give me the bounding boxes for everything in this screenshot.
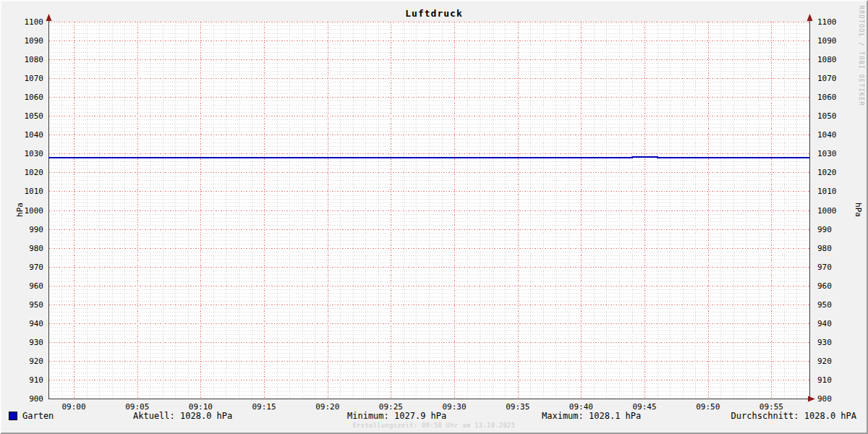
y-tick-labels-left: 9009109209309409509609709809901000101010… [25, 17, 44, 404]
svg-text:1050: 1050 [25, 111, 44, 121]
svg-text:930: 930 [817, 338, 832, 347]
svg-text:1000: 1000 [817, 206, 837, 216]
svg-text:990: 990 [817, 225, 832, 234]
svg-text:1020: 1020 [817, 168, 837, 177]
legend-series: Garten [9, 411, 54, 421]
svg-text:1040: 1040 [817, 130, 837, 140]
pressure-graph: 9009109209309409509609709809901000101010… [0, 0, 868, 434]
svg-text:1080: 1080 [25, 55, 44, 64]
svg-text:970: 970 [817, 263, 832, 272]
svg-text:910: 910 [817, 375, 832, 385]
svg-text:1090: 1090 [25, 36, 44, 46]
svg-text:920: 920 [817, 357, 832, 366]
svg-text:930: 930 [29, 338, 43, 347]
legend: Garten Aktuell: 1028.0 hPa Minimum: 1027… [1, 411, 867, 422]
svg-text:910: 910 [29, 375, 43, 385]
svg-text:1070: 1070 [817, 74, 837, 83]
svg-text:960: 960 [29, 281, 43, 291]
series-line-garten [48, 157, 809, 158]
y-axis-unit-left: hPa [15, 203, 25, 217]
svg-text:980: 980 [29, 244, 43, 253]
svg-text:950: 950 [817, 300, 832, 310]
svg-text:970: 970 [29, 263, 43, 272]
svg-text:940: 940 [29, 319, 43, 328]
creation-time: Erstellungszeit: 09:58 Uhr am 13.10.2025 [1, 422, 867, 429]
svg-text:1070: 1070 [25, 74, 44, 83]
svg-text:1000: 1000 [25, 206, 44, 216]
svg-text:1040: 1040 [25, 130, 44, 140]
svg-text:920: 920 [29, 357, 43, 366]
stat-maximum: Maximum: 1028.1 hPa [542, 411, 641, 421]
svg-text:990: 990 [29, 225, 43, 234]
stat-durchschnitt: Durchschnitt: 1028.0 hPA [731, 411, 856, 421]
svg-text:980: 980 [817, 244, 832, 253]
svg-text:900: 900 [817, 394, 832, 404]
svg-text:1060: 1060 [817, 93, 837, 102]
y-tick-labels-right: 9009109209309409509609709809901000101010… [817, 17, 837, 404]
svg-text:1090: 1090 [817, 36, 837, 46]
svg-text:1010: 1010 [25, 187, 44, 196]
svg-text:1030: 1030 [25, 149, 44, 158]
series-label: Garten [22, 411, 54, 421]
svg-text:1080: 1080 [817, 55, 837, 64]
svg-text:1010: 1010 [817, 187, 837, 196]
svg-text:1060: 1060 [25, 93, 44, 102]
chart-title: Luftdruck [1, 8, 867, 19]
svg-text:950: 950 [29, 300, 43, 310]
svg-text:960: 960 [817, 281, 832, 291]
chart-canvas: 9009109209309409509609709809901000101010… [1, 1, 868, 434]
stat-minimum: Minimum: 1027.9 hPa [347, 411, 446, 421]
svg-text:1030: 1030 [817, 149, 837, 158]
svg-text:1050: 1050 [817, 111, 837, 121]
rrdtool-watermark: RRDTOOL / TOBI OETIKER [858, 6, 864, 106]
y-axis-unit-right: hPa [854, 203, 863, 217]
svg-text:900: 900 [29, 394, 43, 404]
series-color-swatch [9, 412, 17, 420]
stat-aktuell: Aktuell: 1028.0 hPa [133, 411, 232, 421]
svg-text:1020: 1020 [25, 168, 44, 177]
svg-text:940: 940 [817, 319, 832, 328]
